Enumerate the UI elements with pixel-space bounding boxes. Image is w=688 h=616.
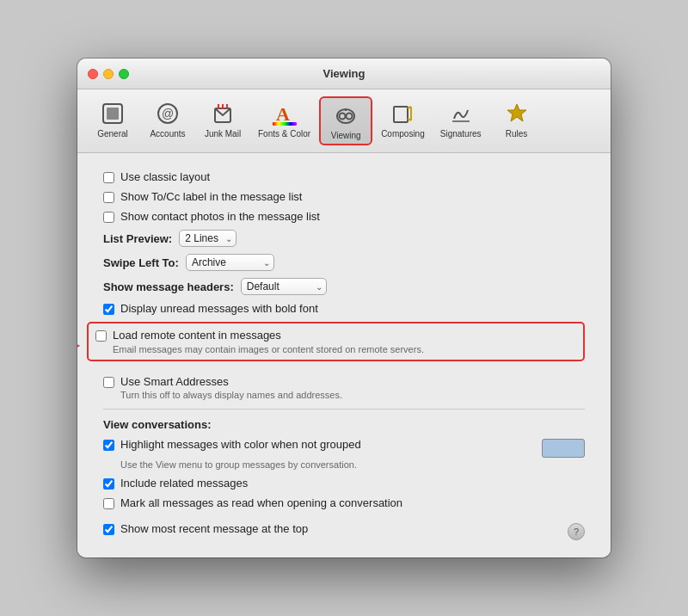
toolbar: General @ Accounts Junk Ma [77,89,611,153]
toolbar-item-junkmail[interactable]: Junk Mail [196,96,249,145]
list-preview-select-wrapper: 2 Lines None 1 Line 5 Lines [179,230,236,247]
include-related-checkbox[interactable] [103,478,114,490]
minimize-button[interactable] [103,69,114,79]
svg-text:@: @ [162,107,174,120]
mark-read-checkbox[interactable] [103,498,114,509]
classic-layout-checkbox[interactable] [103,172,114,183]
svg-point-12 [347,114,353,120]
accounts-icon: @ [154,100,181,127]
toolbar-item-accounts[interactable]: @ Accounts [141,96,194,145]
contact-photos-row: Show contact photos in the message list [103,210,585,223]
bold-font-label: Display unread messages with bold font [120,302,318,315]
bottom-row: Show most recent message at the top ? [103,516,585,540]
color-swatch[interactable] [542,439,585,458]
toolbar-item-viewing[interactable]: Viewing [319,96,372,145]
load-remote-row: Load remote content in messages [95,329,576,342]
composing-icon [389,100,416,127]
close-button[interactable] [88,69,98,79]
smart-addresses-subtext: Turn this off to always display names an… [120,390,585,400]
load-remote-subtext: Email messages may contain images or con… [113,344,576,354]
toolbar-item-rules[interactable]: Rules [490,96,544,145]
load-remote-highlight-box: Load remote content in messages Email me… [87,322,585,361]
mark-read-row: Mark all messages as read when opening a… [103,496,585,509]
mark-read-label: Mark all messages as read when opening a… [120,496,402,509]
tocc-row: Show To/Cc label in the message list [103,190,585,203]
fonts-label: Fonts & Color [258,129,310,139]
junkmail-label: Junk Mail [205,129,241,139]
contact-photos-checkbox[interactable] [103,212,114,223]
titlebar: Viewing [77,59,611,89]
bold-font-checkbox[interactable] [103,304,114,315]
signatures-icon [447,100,475,127]
swipe-left-label: Swipe Left To: [103,256,179,269]
view-conversations-label: View conversations: [103,418,585,431]
list-preview-select[interactable]: 2 Lines None 1 Line 5 Lines [179,230,236,247]
toolbar-item-fonts-color[interactable]: A Fonts & Color [251,96,317,145]
list-preview-row: List Preview: 2 Lines None 1 Line 5 Line… [103,230,585,247]
bold-font-row: Display unread messages with bold font [103,302,585,315]
viewing-icon [332,102,359,129]
junkmail-icon [209,100,236,127]
svg-marker-20 [507,104,526,121]
include-related-label: Include related messages [120,477,248,490]
highlight-messages-checkbox[interactable] [103,440,114,451]
tocc-checkbox[interactable] [103,192,114,203]
divider [103,409,585,410]
smart-addresses-row: Use Smart Addresses [103,375,585,388]
most-recent-checkbox[interactable] [103,524,114,535]
general-label: General [97,129,128,139]
classic-layout-row: Use classic layout [103,170,585,183]
fonts-icon: A [271,100,298,127]
smart-addresses-checkbox[interactable] [103,377,114,388]
smart-addresses-label: Use Smart Addresses [120,375,229,388]
toolbar-item-composing[interactable]: Composing [374,96,432,145]
svg-point-11 [340,114,346,120]
svg-text:A: A [276,103,290,125]
svg-rect-1 [107,108,119,120]
rules-icon [503,100,531,127]
toolbar-item-general[interactable]: General [86,96,139,145]
show-headers-label: Show message headers: [103,280,234,293]
content-area: Use classic layout Show To/Cc label in t… [77,153,611,557]
show-headers-select-wrapper: Default All Custom [241,278,327,295]
traffic-lights [88,69,129,79]
contact-photos-label: Show contact photos in the message list [120,210,320,223]
viewing-label: Viewing [331,131,361,140]
highlight-messages-subtext: Use the View menu to group messages by c… [120,459,585,470]
show-headers-row: Show message headers: Default All Custom [103,278,585,295]
general-icon [99,100,126,127]
swipe-left-select-wrapper: Archive Delete Mark as Read [186,254,274,271]
toolbar-item-signatures[interactable]: Signatures [433,96,488,145]
composing-label: Composing [381,129,425,139]
swipe-left-row: Swipe Left To: Archive Delete Mark as Re… [103,254,585,271]
svg-rect-15 [394,107,408,122]
load-remote-checkbox[interactable] [95,330,107,342]
most-recent-row: Show most recent message at the top [103,522,308,535]
maximize-button[interactable] [119,69,129,79]
accounts-label: Accounts [150,129,185,139]
window-title: Viewing [323,67,366,80]
include-related-row: Include related messages [103,477,585,490]
highlight-messages-row-wrapper: Highlight messages with color when not g… [103,438,585,458]
swipe-left-select[interactable]: Archive Delete Mark as Read [186,254,274,271]
preferences-window: Viewing General @ Accounts [77,59,611,557]
list-preview-label: List Preview: [103,232,172,245]
highlight-messages-row: Highlight messages with color when not g… [103,438,535,451]
signatures-label: Signatures [440,129,482,139]
red-arrow-icon: ➤ [77,331,82,359]
load-remote-label: Load remote content in messages [113,329,281,342]
most-recent-label: Show most recent message at the top [120,522,308,535]
tocc-label: Show To/Cc label in the message list [120,190,302,203]
rules-label: Rules [506,129,528,139]
svg-rect-9 [273,122,297,126]
show-headers-select[interactable]: Default All Custom [241,278,327,295]
classic-layout-label: Use classic layout [120,170,210,183]
highlight-messages-label: Highlight messages with color when not g… [120,438,361,451]
help-button[interactable]: ? [568,523,585,540]
